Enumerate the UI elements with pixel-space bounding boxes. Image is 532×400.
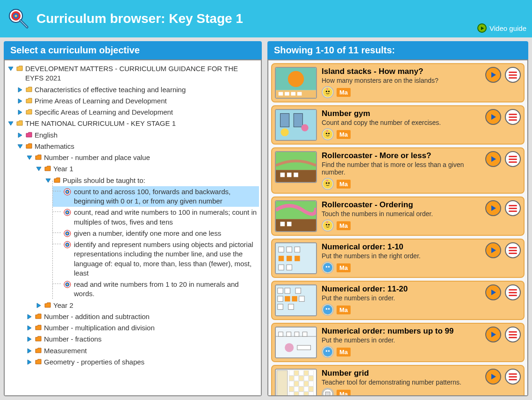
play-button[interactable] — [485, 369, 501, 385]
tree-node-measurement[interactable]: Measurement — [25, 345, 259, 356]
arrow-closed-icon — [36, 302, 42, 309]
play-button[interactable] — [485, 151, 501, 167]
tree-objective-selected[interactable]: count to and across 100, forwards and ba… — [52, 186, 259, 207]
curriculum-tree[interactable]: DEVELOPMENT MATTERS - CURRICULUM GUIDANC… — [4, 59, 262, 396]
tree-node-number-frac[interactable]: Number - fractions — [25, 334, 259, 345]
svg-point-20 — [281, 128, 289, 136]
result-card[interactable]: Numerical order: 11-20Put the numbers in… — [271, 281, 525, 320]
result-card[interactable]: Rollercoaster - More or less?Find the nu… — [271, 147, 525, 194]
svg-point-23 — [326, 133, 327, 134]
result-thumbnail — [275, 151, 317, 183]
menu-button[interactable] — [505, 369, 521, 385]
tree-label: read and write numbers from 1 to 20 in n… — [74, 280, 258, 299]
svg-rect-69 — [295, 332, 299, 337]
svg-point-49 — [323, 263, 332, 272]
tree-node-char-effective[interactable]: Characteristics of effective teaching an… — [16, 84, 259, 95]
play-button[interactable] — [485, 200, 501, 216]
menu-button[interactable] — [505, 151, 521, 167]
tree-label: Number - addition and subtraction — [44, 312, 258, 321]
tree-node-prime-areas[interactable]: Prime Areas of Learning and Development — [16, 95, 259, 107]
tree-label: Year 1 — [53, 164, 258, 174]
result-description: Touch the numbers in numerical order. — [322, 210, 481, 218]
folder-icon — [35, 347, 42, 355]
tree-node-number-mult[interactable]: Number - multiplication and division — [25, 322, 259, 334]
result-card[interactable]: Rollercoaster - OrderingTouch the number… — [271, 196, 525, 236]
play-button[interactable] — [485, 242, 501, 258]
results-title: Showing 1-10 of 11 results: — [267, 41, 528, 59]
svg-point-39 — [328, 224, 330, 225]
menu-button[interactable] — [505, 284, 521, 300]
play-button[interactable] — [485, 284, 501, 300]
play-button[interactable] — [485, 327, 501, 342]
play-button[interactable] — [485, 67, 501, 83]
subject-badge: Ma — [337, 263, 351, 272]
menu-button[interactable] — [505, 109, 521, 125]
results-list[interactable]: Island stacks - How many?How many monste… — [267, 59, 528, 396]
result-actions — [485, 242, 521, 274]
tree-node-specific-areas[interactable]: Specific Areas of Learning and Developme… — [16, 107, 259, 118]
result-actions — [485, 109, 521, 141]
svg-point-9 — [288, 71, 304, 87]
svg-rect-11 — [285, 92, 289, 96]
svg-rect-70 — [302, 332, 307, 337]
tree-node-number-add[interactable]: Number - addition and subtraction — [25, 311, 259, 322]
svg-rect-96 — [304, 386, 309, 392]
svg-point-38 — [326, 224, 327, 225]
svg-rect-53 — [278, 288, 283, 293]
tree-node-year1[interactable]: Year 1 — [35, 163, 259, 175]
svg-rect-35 — [280, 222, 285, 226]
svg-rect-102 — [309, 392, 314, 396]
result-thumbnail — [275, 67, 317, 99]
tree-objective[interactable]: count, read and write numbers to 100 in … — [52, 207, 259, 228]
tree-label: Geometry - properties of shapes — [44, 357, 258, 367]
result-actions — [485, 327, 521, 358]
tree-label: given a number, identify one more and on… — [74, 229, 221, 238]
tree-node-dev-matters[interactable]: DEVELOPMENT MATTERS - CURRICULUM GUIDANC… — [7, 63, 259, 84]
arrow-closed-icon — [17, 132, 23, 138]
svg-rect-89 — [294, 381, 299, 386]
svg-rect-80 — [299, 371, 304, 376]
tree-objective[interactable]: read and write numbers from 1 to 20 in n… — [52, 279, 259, 300]
target-icon — [64, 209, 71, 216]
tree-node-pupils[interactable]: Pupils should be taught to: — [44, 175, 259, 186]
arrow-closed-icon — [26, 348, 33, 354]
result-card[interactable]: Numerical order: 1-10Put the numbers in … — [271, 239, 525, 278]
tree-objective[interactable]: identify and represent numbers using obj… — [52, 239, 259, 279]
tree-label: Pupils should be taught to: — [63, 176, 258, 185]
svg-rect-28 — [287, 173, 292, 177]
tree-node-geometry[interactable]: Geometry - properties of shapes — [25, 356, 259, 368]
tree-node-national[interactable]: THE NATIONAL CURRICULUM - KEY STAGE 1 — [7, 118, 259, 129]
svg-point-6 — [15, 15, 17, 17]
play-button[interactable] — [485, 109, 501, 125]
tree-node-number-place[interactable]: Number - number and place value — [25, 152, 259, 163]
result-description: Put the numbers in the right order. — [322, 252, 481, 260]
result-actions — [485, 200, 521, 232]
svg-rect-29 — [294, 173, 298, 177]
svg-rect-19 — [294, 114, 302, 127]
video-guide-button[interactable]: Video guide — [477, 23, 526, 33]
character-badge-icon — [322, 86, 334, 98]
svg-point-32 — [328, 182, 330, 184]
menu-button[interactable] — [505, 327, 521, 342]
result-card[interactable]: Island stacks - How many?How many monste… — [271, 63, 525, 102]
folder-icon — [35, 335, 42, 343]
tree-node-english[interactable]: English — [16, 130, 259, 141]
tree-label: Number - fractions — [44, 335, 258, 344]
result-text: Numerical order: numbers up to 99Put the… — [322, 327, 481, 358]
result-text: Island stacks - How many?How many monste… — [322, 67, 481, 99]
svg-rect-87 — [309, 376, 314, 381]
svg-rect-61 — [288, 304, 294, 309]
menu-button[interactable] — [505, 200, 521, 216]
result-actions — [485, 369, 521, 396]
menu-button[interactable] — [505, 67, 521, 83]
svg-point-31 — [326, 182, 327, 184]
result-card[interactable]: Numerical order: numbers up to 99Put the… — [271, 323, 525, 362]
result-card[interactable]: Number gridTeacher tool for demonstratin… — [271, 365, 525, 396]
result-card[interactable]: Number gymCount and copy the number of e… — [271, 105, 525, 145]
tree-objective[interactable]: given a number, identify one more and on… — [52, 228, 259, 239]
menu-button[interactable] — [505, 242, 521, 258]
svg-rect-93 — [289, 386, 294, 392]
tree-node-mathematics[interactable]: Mathematics — [16, 141, 259, 152]
result-description: Find the number that is more or less tha… — [322, 161, 481, 176]
tree-node-year2[interactable]: Year 2 — [35, 300, 259, 311]
